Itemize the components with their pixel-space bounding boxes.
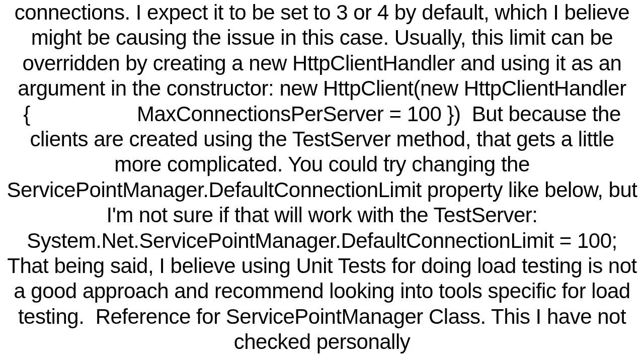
body-text: connections. I expect it to be set to 3 … <box>7 1 637 353</box>
document-body: connections. I expect it to be set to 3 … <box>0 0 644 354</box>
